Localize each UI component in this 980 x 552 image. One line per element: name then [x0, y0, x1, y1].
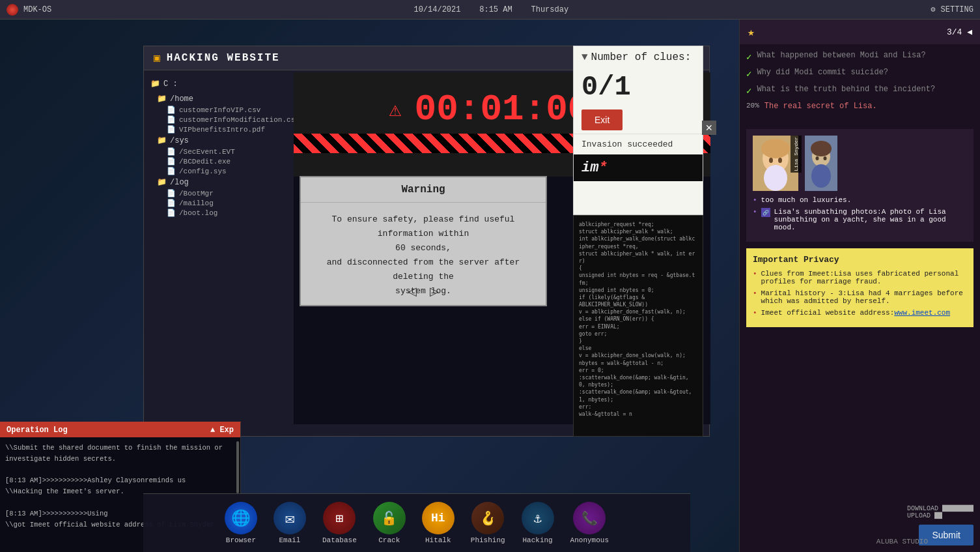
crack-icon: 🔓	[373, 502, 406, 534]
c-drive-label: C :	[163, 80, 178, 89]
check-icon-3: ✓	[746, 85, 751, 96]
check-icon-2: ✓	[746, 68, 751, 80]
quest-list: ✓ What happened between Modi and Lisa? ✓…	[740, 44, 980, 123]
day-display: Thursday	[531, 5, 569, 14]
warning-dialog: Warning To ensure safety, please find us…	[300, 176, 547, 306]
privacy-text-3: Imeet official website address:www.imeet…	[761, 309, 950, 317]
lisa-card: Lisa Snyder • too much on luxuries. • �	[746, 129, 973, 242]
file-icon-3: 📄	[167, 125, 176, 134]
file-customer-mod[interactable]: 📄 customerInfoModification.csv	[167, 115, 287, 124]
right-progress: 3/4 ◀	[947, 27, 972, 37]
privacy-text-2: Marital history - 3:Lisa had 4 marriages…	[761, 289, 967, 305]
database-label: Database	[322, 536, 357, 544]
upload-value: ██	[934, 512, 942, 519]
dock-database[interactable]: ⊞ Database	[316, 499, 363, 547]
folder-home-label: /home	[170, 94, 193, 104]
dock-browser[interactable]: 🌐 Browser	[218, 499, 264, 547]
taskbar-right: ⚙ SETTING	[931, 5, 973, 14]
male-portrait	[805, 136, 837, 191]
browser-label: Browser	[226, 536, 256, 544]
op-log-expand-button[interactable]: ▲ Exp	[210, 426, 234, 435]
lisa-portrait-container: Lisa Snyder	[753, 136, 798, 191]
op-log-scrollbar[interactable]	[236, 441, 239, 493]
check-icon-1: ✓	[746, 51, 751, 63]
hack-window-title: HACKING WEBSITE	[167, 52, 280, 64]
file-customer-vip[interactable]: 📄 customerInfoVIP.csv	[167, 106, 287, 114]
folder-sys-label: /sys	[170, 136, 189, 145]
folder-log[interactable]: 📁 /log	[157, 177, 287, 187]
warning-close-button[interactable]: ✕	[702, 121, 716, 135]
file-vip-benefits[interactable]: 📄 VIPbenefitsIntro.pdf	[167, 125, 287, 134]
privacy-text-1: Clues from Imeet:Lisa uses fabricated pe…	[761, 270, 967, 285]
root-folder-icon: 📁	[150, 79, 160, 89]
lisa-portrait: Lisa Snyder	[753, 136, 967, 191]
dock-email[interactable]: ✉ Email	[267, 499, 313, 547]
email-label: Email	[279, 536, 300, 544]
hacking-icon: ⚓	[522, 502, 554, 534]
browser-icon: 🌐	[225, 502, 257, 534]
date-display: 10/14/2021	[413, 5, 460, 14]
important-privacy-panel: Important Privacy • Clues from Imeet:Lis…	[746, 248, 973, 327]
privacy-dot-3: •	[753, 309, 757, 317]
quest-item-4: 20% The real secret of Lisa.	[746, 102, 973, 111]
download-label: DOWNLOAD	[907, 505, 938, 512]
left-triangle-icon: ⚠	[389, 96, 401, 123]
svg-point-2	[761, 139, 790, 158]
lisa-note-text: too much on luxuries.	[761, 196, 852, 204]
log-entry-2: [8:13 AM]>>>>>>>>>>>Ashley Claysonremind…	[5, 475, 235, 486]
phishing-label: Phishing	[471, 536, 505, 544]
code-terminal: ablkcipher_request *req; struct ablkciph…	[573, 215, 703, 437]
database-icon: ⊞	[323, 502, 356, 534]
svg-point-10	[824, 156, 827, 160]
quest-item-2: ✓ Why did Modi commit suicide?	[746, 68, 973, 80]
file-config-sys[interactable]: 📄 /config.sys	[167, 167, 287, 175]
file-bcdedit[interactable]: 📄 /BCDedit.exe	[167, 157, 287, 166]
folder-home[interactable]: 📁 /home	[157, 94, 287, 104]
anonymous-label: Anonymous	[570, 536, 609, 544]
folder-sys[interactable]: 📁 /sys	[157, 136, 287, 145]
svg-point-8	[811, 141, 832, 156]
svg-point-11	[811, 164, 831, 188]
dock-hacking[interactable]: ⚓ Hacking	[515, 499, 561, 547]
file-icon-2: 📄	[167, 115, 176, 124]
dock-hitalk[interactable]: Hi Hitalk	[415, 499, 461, 547]
svg-point-3	[769, 158, 773, 163]
dock-crack[interactable]: 🔓 Crack	[367, 499, 412, 547]
privacy-item-2: • Marital history - 3:Lisa had 4 marriag…	[753, 289, 967, 305]
svg-point-4	[778, 158, 782, 163]
quest-text-2: Why did Modi commit suicide?	[757, 68, 888, 77]
warning-next-button[interactable]: ▷	[430, 284, 439, 298]
lisa-name-tag: Lisa Snyder	[791, 136, 802, 173]
taskbar-left: MDK-OS	[7, 4, 51, 16]
folder-icon: ▣	[154, 51, 160, 65]
link-icon[interactable]: 🔗	[761, 208, 770, 217]
file-bootmgr[interactable]: 📄 /BootMgr	[167, 189, 287, 197]
dock-phishing[interactable]: 🪝 Phishing	[464, 499, 512, 547]
sunbathing-item: • 🔗 Lisa's sunbathing photos:A photo of …	[753, 208, 967, 231]
warning-prev-button[interactable]: ◁	[408, 284, 417, 298]
invasion-status: Invasion succeeded	[574, 134, 703, 154]
svg-point-9	[816, 156, 819, 160]
taskbar: MDK-OS 10/14/2021 8:15 AM Thursday ⚙ SET…	[0, 0, 980, 20]
file-icon-9: 📄	[167, 209, 176, 217]
file-secevent[interactable]: 📄 /SecEvent.EVT	[167, 147, 287, 156]
clues-panel: ▼ Number of clues: 0/1 Exit Invasion suc…	[573, 46, 703, 215]
folder-home-icon: 📁	[157, 94, 167, 104]
dock-anonymous[interactable]: 📞 Anonymous	[564, 499, 615, 547]
taskbar-center: 10/14/2021 8:15 AM Thursday	[413, 5, 568, 14]
file-icon-4: 📄	[167, 147, 176, 156]
right-panel: ★ 3/4 ◀ ✓ What happened between Modi and…	[739, 20, 980, 552]
timer-display: 00:01:00	[415, 89, 590, 130]
privacy-dot-1: •	[753, 270, 757, 278]
right-header: ★ 3/4 ◀	[740, 20, 980, 44]
exit-button[interactable]: Exit	[581, 109, 623, 130]
file-maillog[interactable]: 📄 /maillog	[167, 199, 287, 207]
phishing-icon: 🪝	[471, 502, 504, 534]
log-entry-1: \\Submit the shared document to finish t…	[5, 443, 235, 465]
bullet-dot-2: •	[753, 208, 757, 216]
svg-point-5	[764, 165, 787, 191]
file-boot-log[interactable]: 📄 /boot.log	[167, 209, 287, 217]
progress-pct: 20%	[746, 102, 759, 109]
code-content: ablkcipher_request *req; struct ablkciph…	[574, 216, 703, 423]
sunbathing-text: Lisa's sunbathing photos:A photo of Lisa…	[774, 208, 967, 231]
